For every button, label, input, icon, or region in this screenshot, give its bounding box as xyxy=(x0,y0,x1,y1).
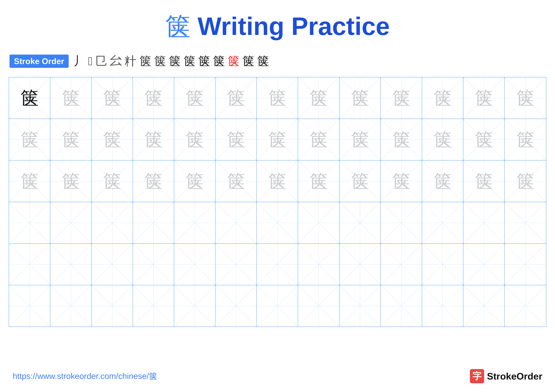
grid-cell-5-3[interactable] xyxy=(92,244,133,285)
grid-cell-3-13[interactable]: 箧 xyxy=(505,161,546,202)
grid-cell-4-5[interactable] xyxy=(174,202,215,243)
grid-cell-4-1[interactable] xyxy=(9,202,50,243)
grid-cell-1-12[interactable]: 箧 xyxy=(463,77,505,119)
grid-cell-6-4[interactable] xyxy=(133,285,174,327)
grid-cell-1-11[interactable]: 箧 xyxy=(422,77,463,119)
grid-cell-2-12[interactable]: 箧 xyxy=(463,119,505,160)
grid-cell-3-8[interactable]: 箧 xyxy=(298,161,339,202)
grid-cell-5-5[interactable] xyxy=(174,244,215,285)
svg-line-93 xyxy=(298,202,339,243)
grid-cell-3-2[interactable]: 箧 xyxy=(50,161,92,202)
grid-cell-3-3[interactable]: 箧 xyxy=(92,161,133,202)
grid-cell-6-8[interactable] xyxy=(298,285,339,327)
grid-cell-3-12[interactable]: 箧 xyxy=(463,161,505,202)
grid-cell-4-10[interactable] xyxy=(381,202,422,243)
grid-cell-4-8[interactable] xyxy=(298,202,339,243)
grid-cell-3-9[interactable]: 箧 xyxy=(340,161,381,202)
grid-cell-3-10[interactable]: 箧 xyxy=(381,161,422,202)
grid-cell-3-4[interactable]: 箧 xyxy=(133,161,174,202)
grid-cell-5-9[interactable] xyxy=(340,244,381,285)
footer-url[interactable]: https://www.strokeorder.com/chinese/箧 xyxy=(13,371,157,382)
grid-cell-1-6[interactable]: 箧 xyxy=(215,77,257,119)
svg-line-90 xyxy=(257,202,298,243)
grid-cell-6-11[interactable] xyxy=(422,285,463,327)
grid-row-4 xyxy=(9,202,546,244)
grid-cell-3-5[interactable]: 箧 xyxy=(174,161,215,202)
stroke-step-10: 箧 xyxy=(198,53,210,69)
grid-cell-5-13[interactable] xyxy=(505,244,546,285)
grid-cell-5-8[interactable] xyxy=(298,244,339,285)
svg-line-92 xyxy=(298,202,339,243)
svg-line-105 xyxy=(9,244,50,285)
grid-cell-5-1[interactable] xyxy=(9,244,50,285)
grid-cell-6-1[interactable] xyxy=(9,285,50,327)
grid-cell-2-11[interactable]: 箧 xyxy=(422,119,463,160)
grid-cell-6-12[interactable] xyxy=(463,285,505,327)
grid-cell-5-12[interactable] xyxy=(463,244,505,285)
grid-cell-4-7[interactable] xyxy=(257,202,298,243)
grid-cell-5-2[interactable] xyxy=(50,244,92,285)
grid-cell-2-13[interactable]: 箧 xyxy=(505,119,546,160)
svg-line-135 xyxy=(92,285,132,327)
grid-cell-2-3[interactable]: 箧 xyxy=(92,119,133,160)
grid-cell-2-9[interactable]: 箧 xyxy=(340,119,381,160)
svg-line-144 xyxy=(298,285,339,327)
grid-cell-5-6[interactable] xyxy=(215,244,257,285)
grid-cell-2-2[interactable]: 箧 xyxy=(50,119,92,160)
grid-cell-5-7[interactable] xyxy=(257,244,298,285)
svg-line-94 xyxy=(340,202,380,243)
svg-line-81 xyxy=(50,202,91,243)
grid-cell-6-13[interactable] xyxy=(505,285,546,327)
grid-cell-4-2[interactable] xyxy=(50,202,92,243)
grid-cell-5-4[interactable] xyxy=(133,244,174,285)
grid-cell-2-4[interactable]: 箧 xyxy=(133,119,174,160)
grid-cell-6-6[interactable] xyxy=(215,285,257,327)
grid-cell-1-10[interactable]: 箧 xyxy=(381,77,422,119)
grid-cell-2-7[interactable]: 箧 xyxy=(257,119,298,160)
grid-cell-3-6[interactable]: 箧 xyxy=(215,161,257,202)
grid-cell-1-8[interactable]: 箧 xyxy=(298,77,339,119)
stroke-step-3: 㔾 xyxy=(95,53,107,69)
grid-cell-4-13[interactable] xyxy=(505,202,546,243)
grid-cell-1-1[interactable]: 箧 xyxy=(9,77,50,119)
grid-cell-6-5[interactable] xyxy=(174,285,215,327)
grid-cell-6-9[interactable] xyxy=(340,285,381,327)
svg-line-108 xyxy=(92,244,132,285)
grid-cell-2-10[interactable]: 箧 xyxy=(381,119,422,160)
grid-cell-4-9[interactable] xyxy=(340,202,381,243)
grid-cell-4-11[interactable] xyxy=(422,202,463,243)
grid-cell-3-7[interactable]: 箧 xyxy=(257,161,298,202)
grid-cell-1-9[interactable]: 箧 xyxy=(340,77,381,119)
grid-cell-2-6[interactable]: 箧 xyxy=(215,119,257,160)
grid-cell-2-8[interactable]: 箧 xyxy=(298,119,339,160)
grid-row-6 xyxy=(9,285,546,327)
svg-line-133 xyxy=(50,285,91,327)
grid-cell-2-5[interactable]: 箧 xyxy=(174,119,215,160)
svg-line-86 xyxy=(174,202,215,243)
grid-cell-1-13[interactable]: 箧 xyxy=(505,77,546,119)
grid-cell-5-11[interactable] xyxy=(422,244,463,285)
svg-line-153 xyxy=(463,285,504,327)
svg-line-98 xyxy=(422,202,463,243)
grid-cell-4-3[interactable] xyxy=(92,202,133,243)
grid-cell-4-12[interactable] xyxy=(463,202,505,243)
grid-cell-1-7[interactable]: 箧 xyxy=(257,77,298,119)
grid-cell-3-11[interactable]: 箧 xyxy=(422,161,463,202)
grid-cell-1-5[interactable]: 箧 xyxy=(174,77,215,119)
svg-line-137 xyxy=(133,285,174,327)
grid-cell-2-1[interactable]: 箧 xyxy=(9,119,50,160)
grid-cell-1-4[interactable]: 箧 xyxy=(133,77,174,119)
svg-line-131 xyxy=(9,285,50,327)
grid-cell-1-3[interactable]: 箧 xyxy=(92,77,133,119)
grid-cell-6-7[interactable] xyxy=(257,285,298,327)
grid-cell-6-2[interactable] xyxy=(50,285,92,327)
grid-cell-4-4[interactable] xyxy=(133,202,174,243)
grid-cell-4-6[interactable] xyxy=(215,202,257,243)
grid-cell-3-1[interactable]: 箧 xyxy=(9,161,50,202)
grid-cell-6-10[interactable] xyxy=(381,285,422,327)
grid-cell-5-10[interactable] xyxy=(381,244,422,285)
grid-cell-6-3[interactable] xyxy=(92,285,133,327)
grid-cell-1-2[interactable]: 箧 xyxy=(50,77,92,119)
svg-line-138 xyxy=(174,285,215,327)
svg-line-125 xyxy=(422,244,463,285)
